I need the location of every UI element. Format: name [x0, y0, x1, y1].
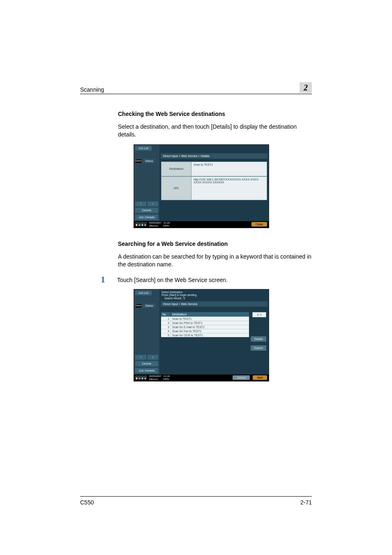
pager: 1/ 1 [252, 312, 266, 317]
footer-page: 2-71 [300, 499, 312, 506]
breadcrumb: Direct Input > Web Service [161, 301, 267, 307]
table-row[interactable]: 2Scan for Print to TEST1 [161, 321, 249, 325]
table-row[interactable]: 1Scan to TEST1 [161, 317, 249, 321]
scroll-down-button[interactable]: ↓ [148, 355, 159, 360]
destination-value: Scan to TEST1 [191, 162, 267, 176]
url-label: URL [161, 176, 191, 200]
close-button[interactable]: Close [251, 222, 267, 227]
details-screenshot: Job List Name Status Direct Input > Web … [134, 144, 269, 228]
toner-levels [136, 376, 146, 379]
table-row[interactable]: 3Scan for E-mail to TEST1 [161, 325, 249, 329]
footer-model: C550 [80, 499, 94, 506]
prompt-text: Select destination. Press [Start] to beg… [159, 289, 269, 301]
table-row[interactable]: 4Scan for Fax to TEST1 [161, 329, 249, 333]
start-button[interactable]: Start [253, 375, 267, 380]
section-body-2: A destination can be searched for by typ… [118, 253, 312, 268]
job-list-tab[interactable]: Job List [135, 291, 152, 295]
job-details-button[interactable]: Job Details [135, 215, 158, 220]
chapter-number: 2 [300, 82, 312, 93]
search-button[interactable]: Search [251, 345, 266, 351]
status-button[interactable]: Status [143, 303, 156, 308]
search-screenshot: Job List Name Status Select destination.… [134, 289, 269, 382]
datetime-display: 05/05/2007 21:29 Memory 100% [149, 222, 170, 227]
destination-label: Destination [161, 162, 191, 176]
arrow-up-icon: ↑ [140, 202, 141, 206]
scroll-down-button[interactable]: ↓ [148, 201, 159, 206]
name-icon: Name [136, 160, 141, 163]
arrow-up-icon: ↑ [140, 355, 141, 359]
table-header: No. Destination [161, 312, 249, 317]
arrow-down-icon: ↓ [152, 355, 154, 359]
step-text-1: Touch [Search] on the Web Service screen… [117, 274, 228, 283]
table-row[interactable]: 5Scan for OCR to TEST1 [161, 333, 249, 337]
job-list-tab[interactable]: Job List [135, 146, 152, 150]
section-heading-2: Searching for a Web Service destination [118, 240, 312, 247]
datetime-display: 05/05/2007 21:29 Memory 100% [149, 375, 170, 380]
status-button[interactable]: Status [143, 159, 156, 163]
running-header: Scanning [80, 86, 104, 93]
details-button[interactable]: Details [251, 336, 266, 342]
step-number-1: 1 [101, 274, 117, 285]
breadcrumb: Direct Input > Web Service > Details [161, 153, 267, 159]
job-details-button[interactable]: Job Details [135, 368, 158, 373]
cancel-button[interactable]: Cancel [233, 375, 250, 380]
arrow-down-icon: ↓ [152, 202, 154, 206]
delete-button[interactable]: Delete [135, 361, 158, 366]
url-value: http://192.168.1.30:5357/XXXXXXXX-XXXX-X… [191, 176, 267, 200]
section-heading-1: Checking the Web Service destinations [118, 111, 312, 117]
name-icon: Name [136, 304, 141, 308]
scroll-up-button[interactable]: ↑ [135, 355, 146, 360]
section-body-1: Select a destination, and then touch [De… [118, 123, 312, 139]
scroll-up-button[interactable]: ↑ [135, 201, 146, 206]
toner-levels [136, 222, 146, 226]
delete-button[interactable]: Delete [135, 208, 158, 213]
